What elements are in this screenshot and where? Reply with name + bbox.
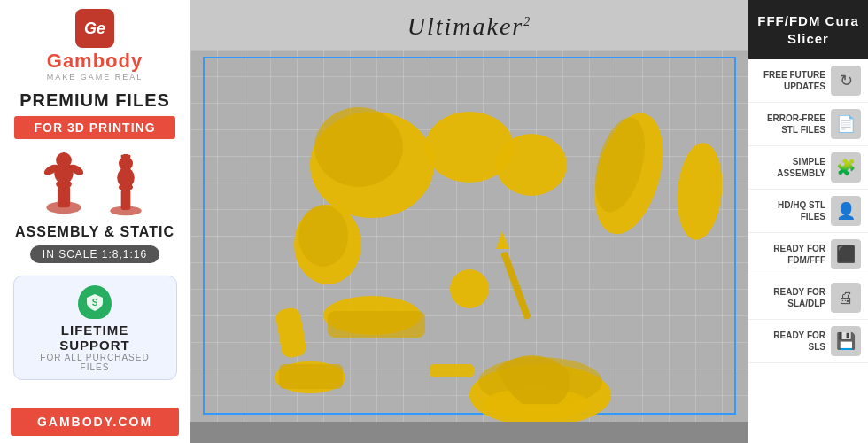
for-3d-printing-badge: FOR 3D PRINTING [14, 116, 174, 139]
right-item-icon-6: 💾 [831, 326, 861, 356]
svg-rect-13 [121, 155, 131, 159]
scale-badge: IN SCALE 1:8,1:16 [30, 245, 159, 263]
model-parts-svg [190, 50, 748, 422]
shield-svg: S [85, 292, 105, 312]
right-sidebar: FFF/FDM Cura Slicer FREE FUTURE UPDATES↻… [748, 0, 868, 443]
svg-rect-24 [275, 307, 307, 359]
svg-rect-26 [500, 251, 531, 320]
lifetime-support-box: S LIFETIME SUPPORT FOR ALL PURCHASED FIL… [13, 276, 177, 380]
svg-rect-1 [58, 185, 70, 207]
right-items-container: FREE FUTURE UPDATES↻ERROR-FREE STL FILES… [748, 59, 868, 363]
svg-rect-8 [121, 190, 131, 210]
right-item-3: HD/HQ STL FILES👤 [748, 190, 868, 233]
right-item-0: FREE FUTURE UPDATES↻ [748, 59, 868, 103]
right-item-4: READY FOR FDM/FFF⬛ [748, 233, 868, 276]
all-purchased-files-text: FOR ALL PURCHASED FILES [28, 353, 162, 372]
left-sidebar: Ge Gambody MAKE GAME REAL PREMIUM FILES … [0, 0, 190, 443]
lifetime-support-text: LIFETIME SUPPORT [28, 323, 162, 353]
right-item-2: SIMPLE ASSEMBLY🧩 [748, 146, 868, 190]
right-item-label-1: ERROR-FREE STL FILES [757, 113, 831, 136]
figurine-left [37, 146, 90, 217]
gambody-com-button[interactable]: GAMBODY.COM [11, 408, 179, 436]
right-item-6: READY FOR SLS💾 [748, 320, 868, 363]
figurines-area [28, 146, 161, 217]
gambody-logo-text: Gambody [47, 50, 143, 73]
svg-point-25 [450, 269, 489, 308]
right-sidebar-header: FFF/FDM Cura Slicer [748, 0, 868, 59]
svg-point-20 [496, 134, 567, 196]
right-item-5: READY FOR SLA/DLP🖨 [748, 276, 868, 320]
logo-area: Ge Gambody MAKE GAME REAL [47, 9, 143, 85]
assembly-static-label: ASSEMBLY & STATIC [15, 224, 174, 240]
slicer-sup: 2 [523, 15, 531, 28]
slicer-title: Ultimaker [407, 12, 524, 40]
right-item-icon-0: ↻ [831, 66, 861, 96]
right-item-1: ERROR-FREE STL FILES📄 [748, 103, 868, 146]
grid-area [190, 50, 748, 422]
right-item-label-2: SIMPLE ASSEMBLY [757, 156, 831, 179]
right-item-icon-2: 🧩 [831, 152, 861, 183]
right-item-label-0: FREE FUTURE UPDATES [757, 69, 831, 92]
svg-point-18 [298, 205, 348, 267]
premium-files-label: PREMIUM FILES [19, 90, 170, 111]
right-item-label-5: READY FOR SLA/DLP [757, 286, 831, 309]
right-item-label-3: HD/HQ STL FILES [757, 199, 831, 222]
right-item-icon-4: ⬛ [831, 239, 861, 269]
right-item-icon-5: 🖨 [831, 283, 861, 313]
svg-rect-35 [430, 364, 474, 377]
center-area: Ultimaker2 [190, 0, 748, 443]
slicer-header: Ultimaker2 [190, 0, 748, 50]
svg-point-16 [314, 107, 403, 187]
svg-rect-31 [279, 364, 343, 389]
tagline: MAKE GAME REAL [47, 73, 143, 82]
svg-text:S: S [92, 298, 98, 307]
right-item-label-6: READY FOR SLS [757, 330, 831, 353]
svg-marker-27 [496, 231, 509, 249]
right-item-icon-3: 👤 [831, 196, 861, 226]
right-item-label-4: READY FOR FDM/FFF [757, 243, 831, 266]
svg-point-4 [56, 152, 72, 168]
right-item-icon-1: 📄 [831, 109, 861, 139]
gambody-logo-icon: Ge [75, 9, 114, 48]
shield-icon: S [78, 285, 112, 319]
svg-rect-29 [328, 311, 425, 338]
figurine-right [99, 146, 152, 217]
svg-point-23 [673, 141, 725, 242]
